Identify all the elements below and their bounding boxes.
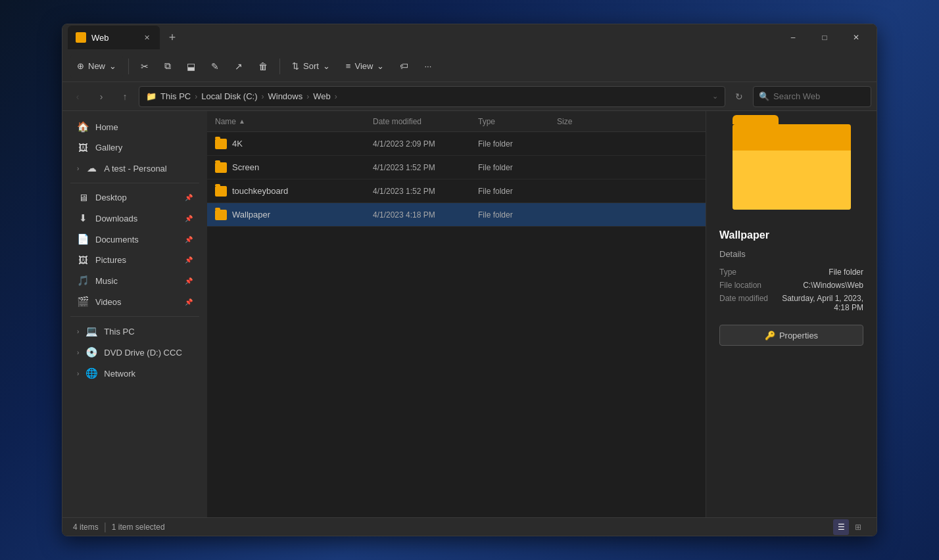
sort-chevron-icon: ⌄	[323, 61, 330, 71]
folder-icon-screen	[215, 162, 227, 173]
sidebar-item-home[interactable]: 🏠 Home	[66, 117, 203, 137]
sidebar-item-atest[interactable]: › ☁ A test - Personal	[66, 158, 203, 178]
preview-folder-icon	[733, 124, 851, 216]
downloads-pin-icon: 📌	[185, 215, 193, 222]
desktop-pin-icon: 📌	[185, 194, 193, 201]
breadcrumb-web[interactable]: Web	[313, 91, 331, 101]
file-date-wallpaper: 4/1/2023 4:18 PM	[373, 210, 478, 220]
list-view-button[interactable]: ☰	[833, 519, 849, 535]
file-date-touchkeyboard: 4/1/2023 1:52 PM	[373, 187, 478, 196]
sidebar-label-documents: Documents	[95, 235, 139, 245]
rename-button[interactable]: ✎	[205, 55, 226, 78]
sidebar-item-network[interactable]: › 🌐 Network	[66, 363, 203, 383]
file-name-cell: touchkeyboard	[215, 186, 373, 197]
table-row[interactable]: Screen 4/1/2023 1:52 PM File folder	[207, 156, 706, 179]
pictures-pin-icon: 📌	[185, 256, 193, 264]
cloud-icon: ☁	[85, 162, 97, 174]
address-folder-icon: 📁	[146, 91, 156, 101]
breadcrumb-sep-1: ›	[195, 92, 197, 101]
col-header-name[interactable]: Name ▲	[215, 117, 373, 126]
tab-title: Web	[91, 33, 136, 43]
folder-icon-touchkeyboard	[215, 186, 227, 197]
network-icon: 🌐	[85, 367, 97, 379]
sidebar-item-desktop[interactable]: 🖥 Desktop 📌	[66, 188, 203, 207]
grid-view-button[interactable]: ⊞	[850, 519, 866, 535]
sidebar-item-music[interactable]: 🎵 Music 📌	[66, 271, 203, 291]
cut-button[interactable]: ✂	[134, 55, 155, 78]
col-header-date[interactable]: Date modified	[373, 117, 478, 126]
detail-label-location: File location	[719, 281, 761, 290]
sidebar-item-dvd[interactable]: › 💿 DVD Drive (D:) CCC	[66, 342, 203, 362]
delete-button[interactable]: 🗑	[252, 55, 274, 78]
rename-icon: ✎	[211, 61, 219, 72]
preview-title: Wallpaper	[719, 229, 769, 241]
sidebar-item-pictures[interactable]: 🖼 Pictures 📌	[66, 250, 203, 269]
sidebar-item-videos[interactable]: 🎬 Videos 📌	[66, 292, 203, 312]
tab-folder-icon	[76, 32, 86, 43]
paste-icon: ⬓	[187, 61, 195, 72]
tag-button[interactable]: 🏷	[393, 55, 415, 78]
col-header-type[interactable]: Type	[478, 117, 557, 126]
table-row[interactable]: touchkeyboard 4/1/2023 1:52 PM File fold…	[207, 179, 706, 203]
sidebar-label-music: Music	[95, 276, 118, 286]
tab-close-button[interactable]: ✕	[141, 32, 152, 43]
file-name-wallpaper: Wallpaper	[232, 210, 270, 220]
detail-value-location: C:\Windows\Web	[803, 281, 863, 290]
view-button[interactable]: ≡ View ⌄	[339, 55, 391, 78]
view-icon: ≡	[346, 61, 351, 71]
refresh-button[interactable]: ↻	[729, 87, 749, 106]
breadcrumb-this-pc[interactable]: This PC	[160, 91, 191, 101]
this-pc-icon: 💻	[85, 325, 97, 337]
paste-button[interactable]: ⬓	[180, 55, 202, 78]
home-icon: 🏠	[77, 121, 89, 133]
downloads-icon: ⬇	[77, 212, 89, 224]
forward-button[interactable]: ›	[91, 87, 111, 106]
properties-button[interactable]: 🔑 Properties	[719, 325, 863, 346]
breadcrumb-local-disk[interactable]: Local Disk (C:)	[201, 91, 257, 101]
new-button[interactable]: ⊕ New ⌄	[70, 55, 123, 78]
tag-icon: 🏷	[400, 61, 408, 71]
more-icon: ···	[424, 61, 431, 71]
sidebar-item-downloads[interactable]: ⬇ Downloads 📌	[66, 208, 203, 228]
cut-icon: ✂	[141, 61, 149, 72]
new-icon: ⊕	[77, 61, 84, 71]
search-input[interactable]	[773, 91, 865, 101]
table-row[interactable]: 4K 4/1/2023 2:09 PM File folder	[207, 132, 706, 156]
address-bar-row: ‹ › ↑ 📁 This PC › Local Disk (C:) › Wind…	[62, 82, 877, 111]
address-bar[interactable]: 📁 This PC › Local Disk (C:) › Windows › …	[139, 86, 725, 107]
more-button[interactable]: ···	[418, 55, 438, 78]
sidebar-label-home: Home	[95, 122, 118, 132]
new-chevron-icon: ⌄	[109, 61, 116, 71]
col-header-size[interactable]: Size	[557, 117, 610, 126]
main-content: 🏠 Home 🖼 Gallery › ☁ A test - Personal 🖥…	[62, 111, 877, 517]
breadcrumb-windows[interactable]: Windows	[268, 91, 302, 101]
detail-row-location: File location C:\Windows\Web	[719, 279, 863, 292]
share-button[interactable]: ↗	[228, 55, 249, 78]
minimize-button[interactable]: –	[778, 27, 808, 48]
sidebar-item-this-pc[interactable]: › 💻 This PC	[66, 321, 203, 341]
properties-label: Properties	[779, 331, 818, 340]
table-row[interactable]: Wallpaper 4/1/2023 4:18 PM File folder	[207, 203, 706, 227]
new-tab-button[interactable]: +	[162, 28, 182, 47]
back-button[interactable]: ‹	[68, 87, 87, 106]
detail-value-date: Saturday, April 1, 2023, 4:18 PM	[773, 294, 863, 312]
breadcrumb-sep-4: ›	[335, 92, 337, 101]
file-name-touchkeyboard: touchkeyboard	[232, 186, 288, 196]
sidebar-item-gallery[interactable]: 🖼 Gallery	[66, 138, 203, 157]
search-box[interactable]: 🔍	[753, 86, 871, 107]
copy-button[interactable]: ⧉	[158, 55, 178, 78]
atest-expand-icon: ›	[77, 165, 79, 172]
dvd-icon: 💿	[85, 346, 97, 358]
detail-row-type: Type File folder	[719, 266, 863, 279]
maximize-button[interactable]: □	[809, 27, 840, 48]
up-button[interactable]: ↑	[115, 87, 135, 106]
active-tab[interactable]: Web ✕	[68, 26, 160, 49]
sort-button[interactable]: ⇅ Sort ⌄	[285, 55, 337, 78]
videos-icon: 🎬	[77, 296, 89, 308]
sidebar-label-atest: A test - Personal	[104, 164, 166, 174]
sort-asc-icon: ▲	[239, 118, 245, 125]
music-icon: 🎵	[77, 275, 89, 287]
close-button[interactable]: ✕	[841, 27, 871, 48]
sidebar-label-dvd: DVD Drive (D:) CCC	[104, 348, 181, 358]
sidebar-item-documents[interactable]: 📄 Documents 📌	[66, 229, 203, 249]
